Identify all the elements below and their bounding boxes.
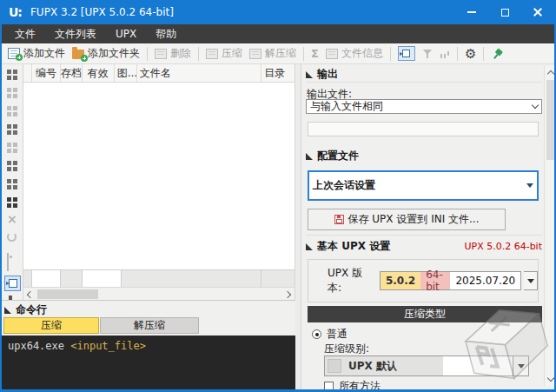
compression-level-combobox[interactable]: UPX 默认 bbox=[324, 355, 529, 376]
layout-grid-icon[interactable] bbox=[7, 197, 11, 202]
menu-file-list[interactable]: 文件列表 bbox=[45, 24, 106, 43]
toolbar-separator bbox=[390, 47, 391, 61]
vertical-scrollbar[interactable] bbox=[544, 66, 556, 386]
add-folder-button[interactable]: 添加文件夹 bbox=[69, 44, 143, 63]
footer-cell bbox=[32, 270, 61, 287]
delete-button[interactable]: 删除 bbox=[151, 44, 195, 63]
filter-button[interactable] bbox=[419, 47, 436, 61]
col-archive[interactable]: 存档 bbox=[61, 64, 83, 82]
bitness-value: 64-bit bbox=[420, 272, 450, 289]
compress-button[interactable]: 压缩 bbox=[202, 44, 246, 63]
menu-file[interactable]: 文件 bbox=[5, 24, 45, 43]
file-table: 编号 存档 有效 图... 文件名 目录 bbox=[23, 64, 295, 300]
horizontal-scrollbar[interactable] bbox=[23, 287, 295, 300]
decompress-icon bbox=[249, 49, 261, 59]
layout-grid-icon[interactable] bbox=[7, 161, 11, 165]
output-section-header[interactable]: 输出 bbox=[306, 67, 338, 82]
toolbar-separator bbox=[483, 47, 484, 61]
chevron-down-icon bbox=[532, 102, 539, 109]
close-button[interactable] bbox=[521, 0, 554, 24]
all-methods-checkbox[interactable]: 所有方法 bbox=[324, 379, 381, 392]
maximize-button[interactable] bbox=[488, 0, 521, 24]
basic-upx-section-header[interactable]: 基本 UPX 设置 bbox=[306, 239, 390, 254]
profile-combobox[interactable]: 上次会话设置 bbox=[308, 170, 539, 201]
clear-list-icon[interactable]: × bbox=[7, 214, 17, 224]
command-console[interactable]: upx64.exe <input_file> bbox=[2, 336, 295, 390]
settings-button[interactable]: ⚙ bbox=[461, 46, 480, 62]
panel-splitter[interactable] bbox=[295, 64, 301, 389]
scroll-up-icon[interactable] bbox=[547, 70, 554, 77]
panel-toggle-button[interactable] bbox=[394, 44, 419, 63]
scroll-left-icon[interactable] bbox=[27, 291, 34, 298]
col-valid[interactable]: 有效 bbox=[83, 64, 115, 82]
import-panel-icon[interactable] bbox=[4, 276, 21, 291]
command-section-header[interactable]: 命令行 bbox=[4, 302, 47, 317]
profile-section-header[interactable]: 配置文件 bbox=[306, 149, 359, 163]
file-info-button[interactable]: 文件信息 bbox=[322, 44, 387, 63]
layout-sidebar: × bbox=[2, 64, 23, 300]
maximize-icon bbox=[501, 9, 509, 17]
output-file-combobox[interactable]: 与输入文件相同 bbox=[306, 99, 542, 114]
pin-button[interactable] bbox=[487, 46, 506, 62]
compress-tab[interactable]: 压缩 bbox=[3, 317, 99, 334]
add-file-button[interactable]: 添加文件 bbox=[4, 44, 69, 63]
level-dropdown-button[interactable] bbox=[513, 356, 528, 375]
dropdown-arrow-icon bbox=[518, 364, 525, 369]
footer-cell bbox=[261, 270, 295, 287]
table-footer bbox=[23, 269, 295, 287]
table-header: 编号 存档 有效 图... 文件名 目录 bbox=[23, 64, 295, 83]
decompress-button[interactable]: 解压缩 bbox=[246, 44, 300, 63]
scroll-down-icon[interactable] bbox=[547, 375, 554, 382]
image-icon[interactable] bbox=[7, 253, 9, 271]
col-filename[interactable]: 文件名 bbox=[137, 64, 261, 82]
upx-version-selector[interactable]: 5.0.2 64-bit 2025.07.20 bbox=[380, 271, 521, 290]
col-number[interactable]: 编号 bbox=[32, 64, 61, 82]
command-text: upx64.exe bbox=[8, 340, 70, 352]
expander-icon bbox=[306, 153, 313, 160]
layout-grid-icon[interactable] bbox=[7, 88, 11, 92]
scroll-right-icon[interactable] bbox=[284, 291, 291, 298]
filter-icon bbox=[422, 49, 433, 59]
file-info-icon bbox=[326, 49, 338, 59]
radio-normal[interactable]: 普通 bbox=[312, 327, 348, 342]
toolbar-separator bbox=[303, 47, 304, 61]
output-path-input[interactable] bbox=[308, 122, 539, 136]
app-icon: U: bbox=[9, 5, 22, 19]
col-icon[interactable]: 图... bbox=[115, 64, 137, 82]
add-folder-icon bbox=[72, 50, 84, 59]
scrollbar-thumb[interactable] bbox=[37, 289, 98, 299]
save-ini-button[interactable]: 保存 UPX 设置到 INI 文件... bbox=[308, 209, 506, 230]
sigma-icon: Σ bbox=[311, 47, 319, 60]
minimize-button[interactable] bbox=[455, 0, 488, 24]
layout-grid-icon[interactable] bbox=[7, 124, 11, 129]
menu-upx[interactable]: UPX bbox=[106, 24, 146, 43]
settings-panel: 输出 输出文件: 与输入文件相同 配置文件 上次会话设置 保存 UPX 设置到 … bbox=[301, 64, 556, 389]
dropdown-arrow-icon bbox=[526, 183, 533, 188]
table-body[interactable] bbox=[23, 83, 295, 269]
col-rowmark[interactable] bbox=[23, 64, 32, 82]
test-button[interactable]: Σ bbox=[308, 45, 322, 62]
layout-grid-icon[interactable] bbox=[7, 179, 11, 183]
statistics-button[interactable] bbox=[436, 47, 453, 61]
decompress-tab[interactable]: 解压缩 bbox=[100, 317, 199, 334]
close-icon bbox=[533, 7, 543, 17]
layout-grid-icon[interactable] bbox=[7, 106, 11, 110]
menu-help[interactable]: 帮助 bbox=[146, 24, 186, 43]
radio-icon bbox=[312, 329, 321, 339]
refresh-icon[interactable] bbox=[7, 232, 17, 242]
layout-grid-icon[interactable] bbox=[7, 70, 11, 74]
title-bar: U: FUPX 3.2 [UPX 5.0.2 64-bit] bbox=[2, 0, 554, 24]
compression-type-header: 压缩类型 bbox=[308, 306, 542, 322]
col-directory[interactable]: 目录 bbox=[261, 64, 295, 82]
version-value: 5.0.2 bbox=[381, 272, 420, 289]
menu-bar: 文件 文件列表 UPX 帮助 bbox=[2, 24, 554, 43]
version-dropdown-button[interactable] bbox=[524, 271, 538, 290]
toolbar-separator bbox=[147, 47, 148, 61]
layout-grid-icon[interactable] bbox=[7, 143, 11, 147]
footer-cell bbox=[122, 270, 261, 287]
scrollbar-thumb[interactable] bbox=[546, 80, 555, 160]
panel-toggle-icon bbox=[398, 46, 415, 61]
statistics-icon bbox=[440, 49, 450, 59]
footer-cell bbox=[61, 270, 83, 287]
gear-icon: ⚙ bbox=[465, 48, 476, 60]
